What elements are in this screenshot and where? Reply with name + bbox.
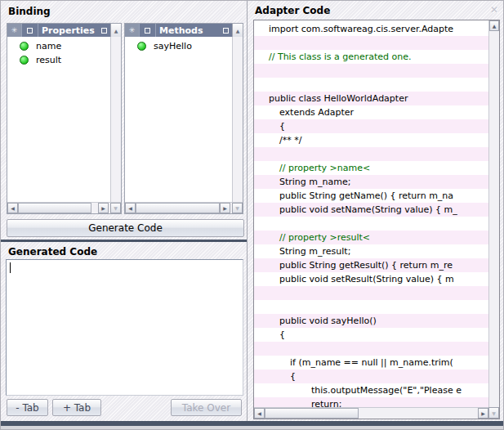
horizontal-scrollbar[interactable]: ◀ ▶ [254,407,488,419]
code-line [254,36,488,50]
scroll-down-button[interactable]: ▼ [488,407,499,419]
scroll-up-icon: ▲ [114,28,118,34]
code-line: { [254,370,488,383]
column-header-label: Methods [159,25,203,36]
horizontal-scrollbar[interactable]: ◀ ▶ ▼ [125,202,243,213]
vertical-scrollbar[interactable] [232,37,243,202]
column-marker-icon [101,28,107,34]
code-line: public void sayHello() [254,314,488,328]
item-label: result [36,55,61,65]
generate-code-button[interactable]: Generate Code [7,219,244,237]
app-window: Binding ✳ Properties ▲ nameresult ◀ [0,0,504,430]
code-line [254,217,488,231]
list-item[interactable]: result [7,53,110,67]
remove-tab-button[interactable]: - Tab [7,399,48,416]
code-line [254,147,488,161]
scroll-left-button[interactable]: ◀ [125,203,136,213]
scroll-down-icon: ▼ [492,410,496,416]
horizontal-scrollbar[interactable]: ◀ ▶ ▼ [7,202,121,213]
scroll-up-button[interactable]: ▲ [110,24,121,37]
code-line: // This class is a generated one. [254,50,488,64]
scroll-left-icon: ◀ [11,205,15,211]
list-item[interactable]: sayHello [125,39,232,53]
code-line [254,78,488,92]
select-all-icon[interactable]: ✳ [125,24,139,37]
scroll-left-button[interactable]: ◀ [254,408,265,419]
scroll-down-icon: ▼ [114,205,118,211]
adapter-code-lines: import com.softwareag.cis.server.Adapte/… [254,20,488,407]
column-marker-icon [223,28,229,34]
code-line: if (m_name == null || m_name.trim( [254,356,488,370]
scrollbar-track [91,203,98,213]
column-marker-icon [27,28,33,34]
methods-table: ✳ Methods ▲ sayHello ◀ ▶ ▼ [124,23,243,214]
properties-column-header[interactable]: Properties [38,24,110,37]
status-dot-icon [20,56,29,65]
binding-panel: Binding ✳ Properties ▲ nameresult ◀ [1,1,247,242]
code-line: public class HelloWorldAdapter [254,92,488,105]
code-line: /** */ [254,133,488,147]
code-line: String m_name; [254,175,488,189]
scroll-right-button[interactable]: ▶ [478,408,488,419]
scroll-up-button[interactable]: ▲ [232,24,243,37]
scrollbar-thumb[interactable] [265,408,359,419]
scrollbar-thumb[interactable] [136,203,220,213]
code-line: public String getName() { return m_na [254,189,488,203]
code-line: { [254,328,488,342]
list-item[interactable]: name [7,39,110,53]
item-label: sayHello [154,41,192,52]
code-line: public String getResult() { return m_re [254,258,488,272]
add-tab-button[interactable]: + Tab [52,399,101,416]
binding-title: Binding [8,6,51,17]
generated-code-title: Generated Code [8,246,97,258]
code-line: { [254,119,488,133]
tab-buttons-row: - Tab + Tab Take Over [1,399,247,416]
scroll-down-button[interactable]: ▼ [232,203,243,213]
generated-code-area [6,259,243,396]
methods-column-header[interactable]: Methods [155,24,232,37]
scroll-right-button[interactable]: ▶ [98,203,109,213]
column-marker-icon [145,28,150,34]
methods-table-header: ✳ Methods ▲ [125,24,243,37]
take-over-button[interactable]: Take Over [171,399,242,416]
adapter-code-title: Adapter Code [255,5,330,16]
vertical-scrollbar[interactable]: ▲ [488,20,499,407]
status-dot-icon [137,42,146,51]
properties-table-header: ✳ Properties ▲ [7,24,121,37]
methods-list: sayHello [125,37,232,202]
code-line [254,286,488,300]
status-dot-icon [20,42,29,51]
code-line: String m_result; [254,244,488,258]
window-footer [1,426,504,430]
column-header-label: Properties [42,25,95,36]
scroll-up-icon: ▲ [236,28,240,34]
column-toggle-button[interactable] [21,24,38,37]
item-label: name [36,41,61,52]
scroll-left-icon: ◀ [257,410,261,416]
scroll-left-icon: ◀ [128,205,132,211]
scroll-right-icon: ▶ [481,410,485,416]
scroll-up-button[interactable]: ▲ [489,20,499,31]
scrollbar-track [359,408,478,419]
code-line: this.outputMessage("E","Please e [254,383,488,397]
adapter-code-panel: Adapter Code ✕ import com.softwareag.cis… [248,1,504,421]
column-toggle-button[interactable] [139,24,155,37]
code-line [254,64,488,78]
code-line [254,342,488,356]
properties-list: nameresult [7,37,110,202]
code-line: return; [254,397,488,407]
close-icon[interactable]: ✕ [490,4,498,16]
scroll-right-icon: ▶ [223,205,227,211]
vertical-scrollbar[interactable] [110,37,121,202]
scroll-down-button[interactable]: ▼ [110,203,121,213]
code-line: public void setName(String value) { m_ [254,203,488,217]
code-line: extends Adapter [254,105,488,119]
select-all-icon[interactable]: ✳ [7,24,21,37]
generated-code-textarea[interactable] [6,259,243,396]
scrollbar-thumb[interactable] [18,203,91,213]
left-column: Binding ✳ Properties ▲ nameresult ◀ [1,1,248,421]
scroll-left-button[interactable]: ◀ [7,203,18,213]
scroll-down-icon: ▼ [235,205,239,211]
scroll-right-button[interactable]: ▶ [220,203,230,213]
properties-table: ✳ Properties ▲ nameresult ◀ ▶ ▼ [7,23,122,214]
